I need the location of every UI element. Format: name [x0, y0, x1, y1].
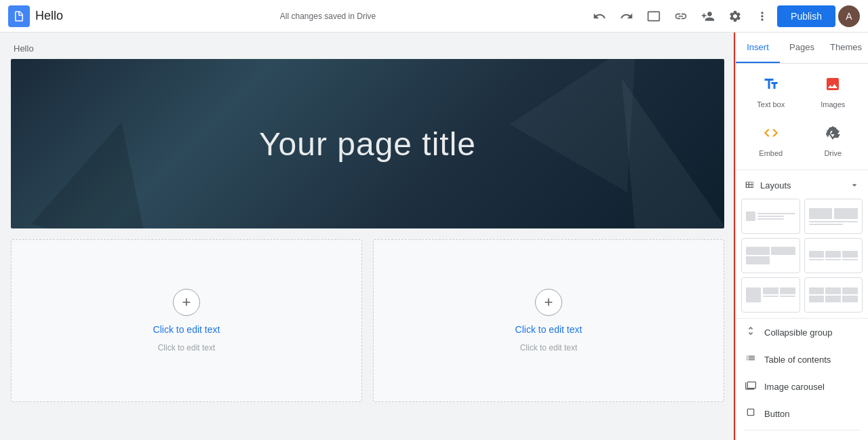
- button-icon: [744, 407, 757, 420]
- panel-tabs: Insert Pages Themes: [736, 33, 868, 64]
- click-edit-right-2[interactable]: Click to edit text: [520, 343, 578, 353]
- table-of-contents-icon: [744, 353, 757, 366]
- layout-card-3[interactable]: [741, 238, 800, 273]
- textbox-icon: [763, 76, 779, 96]
- more-options-button[interactable]: [750, 4, 774, 28]
- layouts-header[interactable]: Layouts: [741, 176, 863, 195]
- list-section: Collapsible group Table of contents Imag…: [736, 319, 868, 440]
- canvas-area: Hello Your page title + Click to edit te…: [0, 33, 735, 440]
- list-item-table-of-contents[interactable]: Table of contents: [736, 346, 868, 373]
- section-divider: [744, 430, 860, 431]
- collapsible-group-icon: [744, 325, 757, 339]
- link-button[interactable]: [669, 4, 693, 28]
- tab-themes[interactable]: Themes: [824, 33, 868, 63]
- publish-button[interactable]: Publish: [777, 5, 835, 27]
- chevron-down-icon: [849, 180, 860, 191]
- embed-label: Embed: [759, 149, 783, 157]
- button-label: Button: [764, 409, 790, 419]
- layout-card-1[interactable]: [741, 199, 800, 234]
- preview-button[interactable]: [642, 4, 666, 28]
- insert-drive[interactable]: Drive: [804, 118, 863, 164]
- images-icon: [825, 76, 841, 96]
- image-carousel-label: Image carousel: [764, 382, 825, 392]
- content-block-left[interactable]: + Click to edit text Click to edit text: [11, 239, 362, 402]
- layout-card-5[interactable]: [741, 277, 800, 313]
- list-item-image-carousel[interactable]: Image carousel: [736, 373, 868, 400]
- content-block-right[interactable]: + Click to edit text Click to edit text: [373, 239, 724, 402]
- avatar[interactable]: A: [838, 5, 860, 27]
- hero-section[interactable]: Your page title: [11, 59, 724, 228]
- click-edit-right[interactable]: Click to edit text: [515, 324, 583, 335]
- image-carousel-icon: [744, 380, 757, 393]
- add-content-button-left[interactable]: +: [173, 289, 200, 316]
- topbar-actions: Publish A: [587, 4, 860, 28]
- tab-insert[interactable]: Insert: [736, 33, 780, 63]
- app-logo: [8, 5, 30, 27]
- layouts-section: Layouts: [736, 170, 868, 319]
- two-column-layout: + Click to edit text Click to edit text …: [11, 239, 724, 402]
- hero-title[interactable]: Your page title: [259, 125, 476, 163]
- main-layout: Hello Your page title + Click to edit te…: [0, 33, 868, 440]
- add-person-button[interactable]: [696, 4, 720, 28]
- layouts-grid: [741, 199, 863, 313]
- layout-card-4[interactable]: [804, 238, 863, 273]
- layouts-icon: [744, 180, 755, 191]
- insert-grid: Text box Images Embed: [736, 64, 868, 170]
- settings-button[interactable]: [723, 4, 747, 28]
- topbar: Hello All changes saved in Drive Publish…: [0, 0, 868, 33]
- click-edit-left-2[interactable]: Click to edit text: [158, 343, 216, 353]
- drive-icon: [825, 125, 841, 145]
- textbox-label: Text box: [757, 100, 785, 108]
- insert-embed[interactable]: Embed: [741, 118, 801, 164]
- layout-card-6[interactable]: [804, 277, 863, 313]
- tab-pages[interactable]: Pages: [780, 33, 824, 63]
- list-item-divider[interactable]: Divider: [736, 433, 868, 440]
- layout-card-2[interactable]: [804, 199, 863, 234]
- page-label: Hello: [11, 43, 724, 54]
- layouts-label: Layouts: [760, 180, 791, 191]
- drive-label: Drive: [824, 149, 842, 157]
- document-title[interactable]: Hello: [35, 9, 63, 23]
- insert-images[interactable]: Images: [804, 69, 863, 115]
- collapsible-group-label: Collapsible group: [764, 327, 832, 338]
- save-status: All changes saved in Drive: [74, 12, 582, 21]
- click-edit-left[interactable]: Click to edit text: [153, 324, 220, 335]
- list-item-collapsible-group[interactable]: Collapsible group: [736, 319, 868, 346]
- right-panel: Insert Pages Themes Text box: [735, 33, 868, 440]
- list-item-button[interactable]: Button: [736, 400, 868, 427]
- table-of-contents-label: Table of contents: [764, 355, 831, 365]
- embed-icon: [763, 125, 779, 145]
- images-label: Images: [821, 100, 845, 108]
- redo-button[interactable]: [614, 4, 639, 28]
- insert-textbox[interactable]: Text box: [741, 69, 801, 115]
- add-content-button-right[interactable]: +: [535, 289, 562, 316]
- undo-button[interactable]: [587, 4, 612, 28]
